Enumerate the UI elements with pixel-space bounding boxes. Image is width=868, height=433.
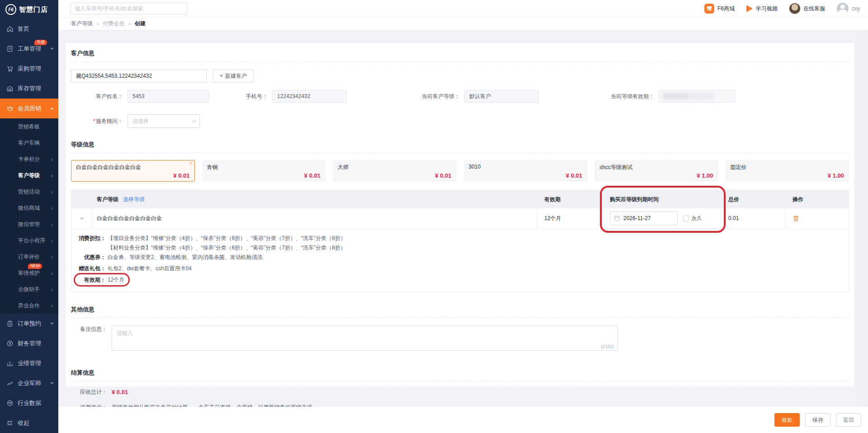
row-total: 0.01 <box>721 208 785 228</box>
level-card-platinum[interactable]: 白金白金白金白金白金白金 × ¥ 0.01 <box>71 160 195 182</box>
learning-video-link[interactable]: 学习视频 <box>746 5 778 13</box>
validity-value: 12个月 <box>108 275 124 285</box>
nav-label: 财务管理 <box>18 339 41 348</box>
cart-icon <box>6 65 14 72</box>
discount-line1: 【项目业务分类】“维修”分类（4折）、“保养”分类（6折）、“美容”分类（7折）… <box>108 234 346 243</box>
subnav-label: 客户等级 <box>18 172 40 179</box>
breadcrumb-customer-level[interactable]: 客户等级 <box>71 20 93 28</box>
subnav-label: 营销活动 <box>18 188 40 196</box>
divider <box>71 381 849 381</box>
customer-name-label: 客户姓名： <box>71 93 123 100</box>
collect-payment-button[interactable]: 收款 <box>774 413 800 427</box>
sidebar-item-marketing-board[interactable]: 营销看板 <box>0 118 58 135</box>
chevron-right-icon: › <box>51 237 53 244</box>
breadcrumb: 客户等级 > 付费会员 > 创建 <box>58 17 868 30</box>
sidebar-item-workorders[interactable]: 工单管理 升级 <box>0 39 58 59</box>
level-card-fixed-price[interactable]: 固定价 ¥ 1.00 <box>726 160 849 182</box>
workorder-icon <box>6 45 14 52</box>
sidebar-item-inventory[interactable]: 库存管理 <box>0 79 58 99</box>
plus-icon: + <box>220 73 223 79</box>
divider <box>71 318 849 318</box>
sidebar-item-customer-level[interactable]: 客户等级› <box>0 167 58 184</box>
sidebar-item-enterprise-advisor[interactable]: 企业军师 <box>0 373 58 393</box>
sidebar-item-coupon-points[interactable]: 卡券积分› <box>0 151 58 167</box>
sidebar: F6 智慧门店 首页 工单管理 升级 采购管理 库存管理 会员营销 营销看 <box>0 0 58 433</box>
brand-logo[interactable]: F6 智慧门店 <box>0 0 58 19</box>
sidebar-item-order-review[interactable]: 订单评价› <box>0 249 58 265</box>
select-level-link[interactable]: 选择等级 <box>123 196 145 203</box>
sidebar-item-marketing-activity[interactable]: 营销活动› <box>0 184 58 200</box>
table-header: 客户等级 选择等级 有效期 购买后等级到期时间 总价 操作 <box>71 190 849 208</box>
customer-search-input[interactable] <box>71 69 207 83</box>
breadcrumb-separator: > <box>128 21 131 27</box>
table-row: 白金白金白金白金白金白金 12个月 2026-11-27 永久 <box>71 208 849 228</box>
play-icon <box>746 5 753 12</box>
breadcrumb-paid-member[interactable]: 付费会员 <box>103 20 124 28</box>
chevron-down-icon <box>50 48 54 52</box>
level-card-price: ¥ 1.00 <box>828 172 844 179</box>
nav-label: 企业军师 <box>18 379 41 387</box>
sidebar-item-performance[interactable]: 业绩管理 <box>0 353 58 373</box>
warehouse-icon <box>6 85 14 92</box>
global-search-input[interactable] <box>70 3 188 14</box>
current-level-field <box>464 90 539 103</box>
sidebar-item-qiwei-assistant[interactable]: 企微助手› <box>0 281 58 297</box>
level-card-shcc-test[interactable]: shcc等级测试 ¥ 1.00 <box>594 160 718 182</box>
chevron-down-icon <box>50 323 54 326</box>
empty-label <box>78 243 106 253</box>
expire-date-input[interactable]: 2026-11-27 <box>610 212 678 225</box>
sidebar-item-purchasing[interactable]: 采购管理 <box>0 59 58 79</box>
service-avatar <box>789 3 800 14</box>
sidebar-item-wechat-manage[interactable]: 微信管理› <box>0 216 58 232</box>
sidebar-item-platform-miniprogram[interactable]: 平台小程序› <box>0 232 58 249</box>
action-footer: 收款 保存 返回 <box>58 407 868 433</box>
back-button[interactable]: 返回 <box>836 413 861 427</box>
sidebar-item-customer-care[interactable]: 客情维护NEW› <box>0 265 58 281</box>
brand-name: 智慧门店 <box>19 5 48 14</box>
main-column: F6商城 学习视频 在线客服 zxy 客户等级 > 付费会员 > <box>58 0 868 433</box>
level-card-name: 3010 <box>469 164 481 170</box>
sidebar-item-industry-data[interactable]: 行业数据 <box>0 393 58 413</box>
level-card-master[interactable]: 大师 ¥ 0.01 <box>333 160 457 182</box>
level-card-bronze[interactable]: 青铜 ¥ 0.01 <box>202 160 326 182</box>
discount-line2: 【材料业务分类】“维修”分类（4折）、“保养”分类（6折）、“美容”分类（7折）… <box>108 243 346 253</box>
expand-toggle[interactable] <box>71 208 92 228</box>
checkbox-icon[interactable] <box>683 216 689 221</box>
sidebar-item-home[interactable]: 首页 <box>0 19 58 39</box>
close-icon[interactable]: × <box>189 160 193 167</box>
advisor-select[interactable]: 请选择 <box>127 114 200 128</box>
subnav-label: 营销看板 <box>18 123 40 131</box>
online-service-link[interactable]: 在线客服 <box>789 3 825 14</box>
trash-icon <box>793 215 799 222</box>
level-card-3010[interactable]: 3010 ¥ 0.01 <box>464 160 588 182</box>
level-card-name: 固定价 <box>731 164 747 170</box>
remark-label: 备注信息： <box>71 325 107 353</box>
sidebar-item-customer-vehicles[interactable]: 客户车辆 <box>0 135 58 151</box>
new-customer-button[interactable]: + 新建客户 <box>213 69 254 83</box>
remark-textarea[interactable] <box>112 325 618 351</box>
sidebar-item-cross-industry[interactable]: 异业合作› <box>0 297 58 314</box>
chevron-right-icon: › <box>51 188 53 195</box>
customer-name-field <box>127 90 209 103</box>
current-expiry-field <box>659 90 736 103</box>
save-button[interactable]: 保存 <box>805 413 830 427</box>
breadcrumb-create: 创建 <box>135 20 146 28</box>
user-menu[interactable]: zxy <box>837 3 860 14</box>
sidebar-item-order-booking[interactable]: 订单预约 <box>0 314 58 334</box>
chevron-right-icon: › <box>51 286 53 293</box>
scrollbar-track[interactable] <box>860 30 868 433</box>
delete-row-button[interactable] <box>793 215 799 222</box>
col-header-action: 操作 <box>785 190 849 208</box>
sidebar-item-wechat-mall[interactable]: 微信商城› <box>0 200 58 216</box>
nav-label: 采购管理 <box>18 65 41 73</box>
f6-mall-link[interactable]: F6商城 <box>704 4 735 14</box>
sidebar-item-finance[interactable]: 财务管理 <box>0 334 58 353</box>
nav-label: 库存管理 <box>18 85 41 93</box>
level-detail-panel: 消费折扣： 【项目业务分类】“维修”分类（4折）、“保养”分类（6折）、“美容”… <box>71 228 849 292</box>
sidebar-item-member-marketing[interactable]: 会员营销 <box>0 99 58 118</box>
home-icon <box>6 25 14 33</box>
col-header-validity: 有效期 <box>537 190 603 208</box>
sidebar-collapse-button[interactable]: 收起 <box>0 413 58 433</box>
total-due-value: ¥ 0.01 <box>112 389 128 395</box>
forever-checkbox[interactable]: 永久 <box>683 215 702 222</box>
